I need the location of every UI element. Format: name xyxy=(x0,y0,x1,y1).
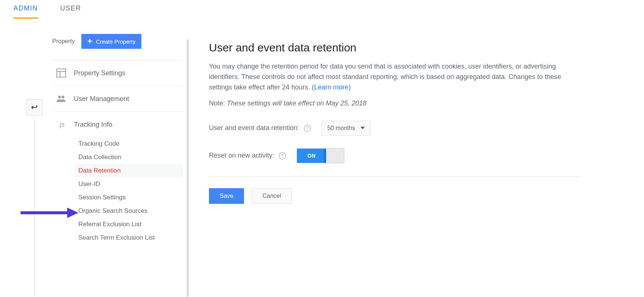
reset-toggle[interactable]: ON xyxy=(297,148,344,163)
back-arrow-icon: ↩ xyxy=(31,102,38,112)
svg-point-6 xyxy=(62,96,64,98)
property-header-row: Property + Create Property xyxy=(52,34,183,49)
sidebar-item-label: Property Settings xyxy=(74,69,125,77)
create-property-label: Create Property xyxy=(96,38,135,45)
users-icon xyxy=(56,94,66,103)
subitem-data-retention[interactable]: Data Retention xyxy=(75,164,183,177)
description-text: You may change the retention period for … xyxy=(209,61,579,93)
vertical-divider xyxy=(34,116,35,297)
toggle-on-label: ON xyxy=(297,149,326,163)
tab-admin[interactable]: ADMIN xyxy=(13,0,38,19)
save-button[interactable]: Save xyxy=(209,188,244,204)
button-row: Save Cancel xyxy=(209,188,579,204)
svg-rect-2 xyxy=(57,69,66,77)
retention-value: 50 months xyxy=(327,125,355,132)
sidebar-item-property-settings[interactable]: Property Settings xyxy=(52,60,183,86)
svg-point-5 xyxy=(58,96,61,98)
plus-icon: + xyxy=(87,37,92,45)
help-icon[interactable]: ? xyxy=(304,124,311,132)
subitem-tracking-code[interactable]: Tracking Code xyxy=(75,137,183,151)
js-icon: .js xyxy=(56,120,66,129)
dashboard-icon xyxy=(56,69,66,78)
page-title: User and event data retention xyxy=(209,41,579,54)
note-text: Note: These settings will take effect on… xyxy=(209,99,579,107)
subitem-user-id[interactable]: User-ID xyxy=(75,177,183,191)
retention-field-row: User and event data retention: ? 50 mont… xyxy=(209,121,579,136)
form-divider xyxy=(209,177,579,177)
back-button[interactable]: ↩ xyxy=(26,99,43,116)
tracking-info-subitems: Tracking Code Data Collection Data Reten… xyxy=(75,137,183,244)
retention-dropdown[interactable]: 50 months xyxy=(322,121,371,136)
tab-user[interactable]: USER xyxy=(60,0,81,19)
subitem-session-settings[interactable]: Session Settings xyxy=(75,191,183,204)
sidebar-item-label: Tracking Info xyxy=(74,121,112,129)
sidebar-item-label: User Management xyxy=(74,95,129,103)
main-panel: User and event data retention You may ch… xyxy=(189,19,599,297)
help-icon[interactable]: ? xyxy=(279,152,286,159)
subitem-data-collection[interactable]: Data Collection xyxy=(75,151,183,164)
chevron-down-icon xyxy=(360,127,365,129)
reset-field-row: Reset on new activity: ? ON xyxy=(209,148,579,163)
subitem-search-term-exclusion-list[interactable]: Search Term Exclusion List xyxy=(75,231,183,244)
reset-label: Reset on new activity: xyxy=(209,152,274,159)
create-property-button[interactable]: + Create Property xyxy=(81,34,141,49)
toggle-handle xyxy=(326,149,344,163)
property-label: Property xyxy=(52,38,75,45)
sidebar-item-user-management[interactable]: User Management xyxy=(52,86,183,112)
sidebar-item-tracking-info[interactable]: .js Tracking Info xyxy=(52,112,183,137)
left-column: ↩ Property + Create Property Property Se… xyxy=(0,19,187,297)
cancel-button[interactable]: Cancel xyxy=(251,188,292,204)
learn-more-link[interactable]: Learn more xyxy=(314,83,348,91)
subitem-referral-exclusion-list[interactable]: Referral Exclusion List xyxy=(75,218,183,231)
subitem-organic-search-sources[interactable]: Organic Search Sources xyxy=(75,204,183,218)
retention-label: User and event data retention: xyxy=(209,124,299,132)
top-tabs: ADMIN USER xyxy=(0,0,644,19)
